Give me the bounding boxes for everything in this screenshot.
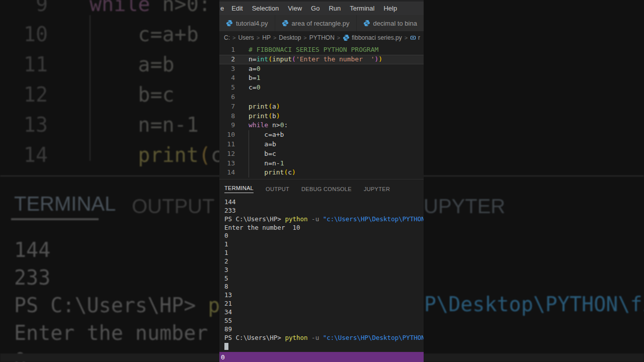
menu-item-view[interactable]: View: [283, 5, 306, 12]
code-line[interactable]: 11 a=b: [219, 140, 424, 149]
python-icon: [226, 20, 233, 27]
breadcrumb-symbol[interactable]: r: [410, 34, 420, 41]
code-text: b=c: [249, 149, 276, 159]
line-number: 11: [219, 140, 235, 149]
code-token: c=a+b: [90, 23, 199, 46]
terminal-token: 233: [224, 207, 236, 214]
tab-decimal-to-bina[interactable]: decimal to bina: [357, 15, 424, 31]
code-token: :: [284, 121, 288, 129]
code-token: 0: [257, 65, 261, 72]
terminal-line: 13: [224, 291, 424, 300]
breadcrumb-file[interactable]: fibbonaci series.py: [343, 34, 401, 41]
terminal-line: 144: [224, 198, 424, 207]
python-icon: [343, 34, 350, 41]
code-token: 1: [257, 74, 261, 81]
bg-terminal-tab-underline: [11, 218, 99, 220]
code-text: a=0: [249, 64, 260, 74]
terminal-token: 1: [224, 249, 228, 256]
bg-terminal-path-text: P\Desktop\PYTHON\fibb: [424, 293, 644, 316]
breadcrumb[interactable]: C:>Users>HP>Desktop>PYTHON> fibbonaci se…: [219, 31, 424, 44]
terminal-token: "c:\Users\HP\Desktop\PYTHON\fibbonaci se…: [323, 334, 424, 341]
terminal-token: 1: [224, 240, 228, 248]
code-token: int: [257, 55, 268, 63]
breadcrumb-segment[interactable]: Users: [238, 34, 254, 41]
panel-tab-output[interactable]: OUTPUT: [266, 186, 289, 192]
code-token: (: [268, 103, 272, 110]
panel-tab-debug-console[interactable]: DEBUG CONSOLE: [301, 186, 352, 192]
code-line[interactable]: 3a=0: [219, 64, 424, 74]
code-token: while: [90, 0, 150, 16]
breadcrumb-segment[interactable]: HP: [262, 34, 271, 41]
status-bar: 0: [219, 352, 424, 362]
menu-item-edit[interactable]: Edit: [227, 5, 247, 12]
python-icon: [363, 20, 370, 27]
menu-item-help[interactable]: Help: [379, 5, 401, 12]
code-token: ): [276, 103, 280, 110]
code-line[interactable]: 7print(a): [219, 102, 424, 112]
terminal-line: 1: [224, 240, 424, 249]
code-token: c=: [249, 83, 257, 91]
code-line[interactable]: 9while n>0:: [219, 121, 424, 130]
bg-terminal-token: 144: [14, 238, 50, 261]
breadcrumb-symbol-label: r: [418, 34, 420, 41]
terminal-line: [224, 342, 424, 350]
panel-tab-bar: TERMINALOUTPUTDEBUG CONSOLEJUPYTER: [219, 179, 424, 198]
code-editor[interactable]: 1# FIBBONACI SERIES PYTHON PROGRAM2n=int…: [219, 44, 424, 179]
line-number: 2: [219, 55, 235, 64]
bg-line-number: 9: [0, 0, 48, 19]
terminal-token: 3: [224, 266, 228, 274]
code-text: b=1: [249, 73, 260, 83]
menu-item-terminal[interactable]: Terminal: [345, 5, 379, 12]
breadcrumb-segment[interactable]: PYTHON: [309, 34, 335, 41]
code-line[interactable]: 14 print(c): [219, 168, 424, 177]
chevron-right-icon: >: [337, 35, 340, 41]
code-line[interactable]: 5c=0: [219, 83, 424, 93]
tab-area-of-rectangle-py[interactable]: area of rectangle.py: [275, 15, 356, 31]
code-line[interactable]: 8print(b): [219, 112, 424, 121]
code-token: ): [292, 168, 296, 176]
code-line[interactable]: 13 n=n-1: [219, 159, 424, 168]
terminal-output[interactable]: 144233PS C:\Users\HP> python -u "c:\User…: [219, 198, 424, 350]
chevron-right-icon: >: [232, 35, 235, 41]
chevron-right-icon: >: [303, 35, 306, 41]
menu-item-run[interactable]: Run: [324, 5, 345, 12]
panel-tab-jupyter[interactable]: JUPYTER: [364, 186, 390, 192]
menu-bar: eEditSelectionViewGoRunTerminalHelp: [219, 0, 424, 15]
line-number: 3: [219, 64, 235, 74]
code-token: print: [249, 103, 268, 110]
code-token: 1: [280, 159, 284, 167]
panel-tab-terminal[interactable]: TERMINAL: [224, 185, 254, 193]
status-problems-count[interactable]: 0: [221, 353, 225, 361]
breadcrumb-file-label: fibbonaci series.py: [352, 34, 401, 41]
menu-item-selection[interactable]: Selection: [248, 5, 283, 12]
code-line[interactable]: 10 c=a+b: [219, 130, 424, 140]
code-line[interactable]: 1# FIBBONACI SERIES PYTHON PROGRAM: [219, 45, 424, 55]
menu-item-e[interactable]: e: [219, 5, 227, 12]
terminal-token: PS C:\Users\HP>: [224, 334, 285, 341]
code-token: b: [272, 112, 276, 120]
terminal-token: -u: [308, 215, 323, 223]
menu-item-go[interactable]: Go: [306, 5, 324, 12]
tab-tutorial4-py[interactable]: tutorial4.py: [219, 15, 275, 31]
code-line[interactable]: 4b=1: [219, 73, 424, 83]
code-text: c=a+b: [249, 130, 284, 140]
code-line[interactable]: 12 b=c: [219, 149, 424, 159]
terminal-token: 13: [224, 291, 232, 299]
code-line[interactable]: 2n=int(input('Enter the number ')): [219, 55, 424, 64]
bg-line-number: 10: [0, 19, 48, 49]
code-token: a: [272, 103, 276, 110]
breadcrumb-segment[interactable]: Desktop: [279, 34, 301, 41]
terminal-line: 233: [224, 207, 424, 215]
terminal-token: Enter the number 10: [224, 224, 300, 231]
code-token: a=b: [249, 140, 276, 148]
code-token: while: [249, 121, 268, 129]
code-line[interactable]: 6: [219, 93, 424, 102]
code-text: print(b): [249, 112, 280, 121]
breadcrumb-segment[interactable]: C:: [224, 34, 230, 41]
terminal-line: PS C:\Users\HP> python -u "c:\Users\HP\D…: [224, 334, 424, 342]
bg-line-number: 11: [0, 49, 48, 79]
code-token: b=: [249, 74, 257, 81]
code-text: print(c): [249, 168, 296, 177]
line-number: 5: [219, 83, 235, 93]
terminal-line: 2: [224, 257, 424, 266]
